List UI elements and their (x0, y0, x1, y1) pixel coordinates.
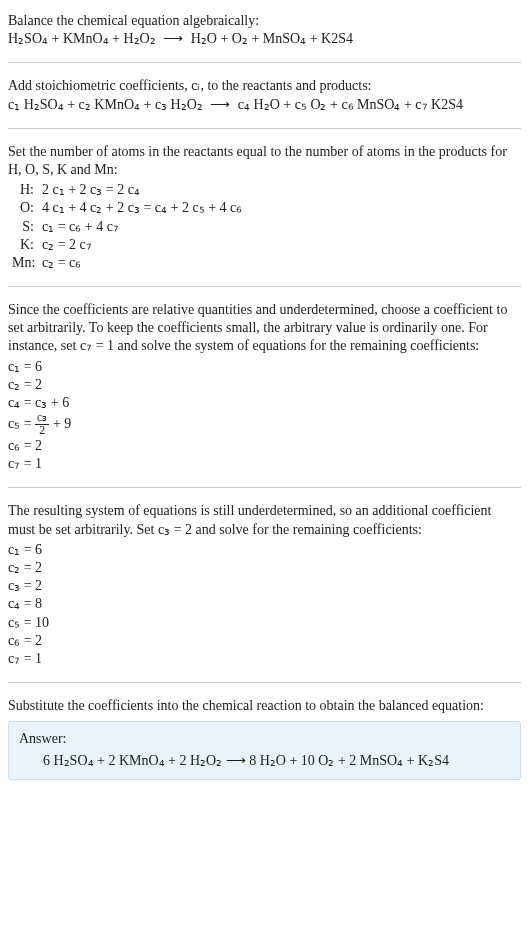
element-label: H: (12, 181, 42, 199)
reaction-plain: H₂SO₄ + KMnO₄ + H₂O₂ ⟶ H₂O + O₂ + MnSO₄ … (8, 30, 521, 48)
solution-line-fraction: c₅ = c₃2 + 9 (8, 412, 521, 437)
fraction: c₃2 (35, 412, 49, 437)
rhs: c₄ H₂O + c₅ O₂ + c₆ MnSO₄ + c₇ K2S4 (238, 97, 463, 112)
divider (8, 286, 521, 287)
arrow-icon: ⟶ (159, 31, 187, 46)
underdetermined-text-2: The resulting system of equations is sti… (8, 502, 521, 538)
solution-line: c₃ = 2 (8, 577, 521, 595)
substitute-text: Substitute the coefficients into the che… (8, 697, 521, 715)
atom-row: S: c₁ = c₆ + 4 c₇ (12, 218, 521, 236)
lhs: H₂SO₄ + KMnO₄ + H₂O₂ (8, 31, 156, 46)
solution-line: c₂ = 2 (8, 376, 521, 394)
divider (8, 128, 521, 129)
denominator: 2 (37, 425, 47, 437)
atom-equations-table: H: 2 c₁ + 2 c₃ = 2 c₄ O: 4 c₁ + 4 c₂ + 2… (12, 181, 521, 272)
solve-section-1: Since the coefficients are relative quan… (8, 295, 521, 479)
element-equation: c₂ = 2 c₇ (42, 236, 92, 254)
answer-label: Answer: (19, 730, 510, 748)
reaction-with-coeffs: c₁ H₂SO₄ + c₂ KMnO₄ + c₃ H₂O₂ ⟶ c₄ H₂O +… (8, 96, 521, 114)
solutions-2: c₁ = 6 c₂ = 2 c₃ = 2 c₄ = 8 c₅ = 10 c₆ =… (8, 541, 521, 668)
element-label: Mn: (12, 254, 42, 272)
solution-line: c₁ = 6 (8, 541, 521, 559)
element-equation: c₂ = c₆ (42, 254, 81, 272)
solution-line: c₄ = 8 (8, 595, 521, 613)
solution-line: c₇ = 1 (8, 650, 521, 668)
element-equation: c₁ = c₆ + 4 c₇ (42, 218, 119, 236)
solution-line: c₇ = 1 (8, 455, 521, 473)
underdetermined-text-1: Since the coefficients are relative quan… (8, 301, 521, 356)
solve-section-2: The resulting system of equations is sti… (8, 496, 521, 674)
lhs: c₁ H₂SO₄ + c₂ KMnO₄ + c₃ H₂O₂ (8, 97, 203, 112)
atom-row: K: c₂ = 2 c₇ (12, 236, 521, 254)
divider (8, 487, 521, 488)
solution-line: c₁ = 6 (8, 358, 521, 376)
atom-row: Mn: c₂ = c₆ (12, 254, 521, 272)
element-label: S: (12, 218, 42, 236)
intro-text: Balance the chemical equation algebraica… (8, 12, 521, 30)
frac-suffix: + 9 (49, 416, 71, 431)
divider (8, 682, 521, 683)
atom-row: O: 4 c₁ + 4 c₂ + 2 c₃ = c₄ + 2 c₅ + 4 c₆ (12, 199, 521, 217)
solution-line: c₆ = 2 (8, 632, 521, 650)
stoich-section: Add stoichiometric coefficients, cᵢ, to … (8, 71, 521, 119)
stoich-text: Add stoichiometric coefficients, cᵢ, to … (8, 77, 521, 95)
element-equation: 2 c₁ + 2 c₃ = 2 c₄ (42, 181, 140, 199)
solution-line: c₂ = 2 (8, 559, 521, 577)
substitute-section: Substitute the coefficients into the che… (8, 691, 521, 786)
frac-prefix: c₅ = (8, 416, 35, 431)
atoms-intro: Set the number of atoms in the reactants… (8, 143, 521, 179)
element-equation: 4 c₁ + 4 c₂ + 2 c₃ = c₄ + 2 c₅ + 4 c₆ (42, 199, 242, 217)
intro-section: Balance the chemical equation algebraica… (8, 6, 521, 54)
solution-line: c₄ = c₃ + 6 (8, 394, 521, 412)
rhs: H₂O + O₂ + MnSO₄ + K2S4 (191, 31, 353, 46)
divider (8, 62, 521, 63)
element-label: O: (12, 199, 42, 217)
element-label: K: (12, 236, 42, 254)
atom-balance-section: Set the number of atoms in the reactants… (8, 137, 521, 278)
solutions-1: c₁ = 6 c₂ = 2 c₄ = c₃ + 6 c₅ = c₃2 + 9 c… (8, 358, 521, 474)
solution-line: c₆ = 2 (8, 437, 521, 455)
answer-box: Answer: 6 H₂SO₄ + 2 KMnO₄ + 2 H₂O₂ ⟶ 8 H… (8, 721, 521, 779)
arrow-icon: ⟶ (206, 97, 234, 112)
answer-equation: 6 H₂SO₄ + 2 KMnO₄ + 2 H₂O₂ ⟶ 8 H₂O + 10 … (19, 752, 510, 770)
solution-line: c₅ = 10 (8, 614, 521, 632)
atom-row: H: 2 c₁ + 2 c₃ = 2 c₄ (12, 181, 521, 199)
